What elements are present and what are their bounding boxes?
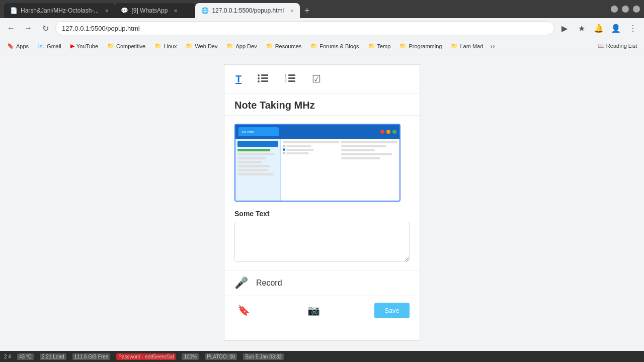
tab2-close[interactable]: ✕ bbox=[174, 8, 178, 14]
bookmark-apps[interactable]: 🔖 Apps bbox=[4, 42, 32, 50]
thumb-content: Jot cani bbox=[235, 125, 399, 201]
save-button[interactable]: Save bbox=[374, 303, 410, 318]
temperature: 43 °C bbox=[17, 353, 34, 360]
bottom-bar: 🔖 📷 Save bbox=[224, 296, 420, 324]
bookmark-youtube[interactable]: ▶ YouTube bbox=[67, 42, 101, 50]
unordered-list-button[interactable] bbox=[255, 71, 272, 87]
browser-chrome: 📄 Harsh&Jani/MHz-Octolash-... ✕ 💬 [9] Wh… bbox=[0, 0, 644, 54]
bookmark-save-button[interactable]: 🔖 bbox=[234, 301, 253, 319]
svg-rect-1 bbox=[261, 74, 268, 76]
bookmark-webdev[interactable]: 📁 Web Dev bbox=[183, 42, 220, 50]
bookmarks-bar: 🔖 Apps 📧 Gmail ▶ YouTube 📁 Competitive 📁… bbox=[0, 38, 644, 54]
main-area: T 1. bbox=[0, 54, 644, 351]
reading-list-icon[interactable]: 📖 Reading List bbox=[595, 42, 640, 50]
camera-button[interactable]: 📷 bbox=[304, 301, 323, 319]
window-controls bbox=[611, 6, 640, 13]
note-bold-text: Some Text bbox=[234, 210, 410, 218]
tab-3[interactable]: 🌐 127.0.0.1:5500/popup.html ✕ bbox=[195, 3, 300, 18]
tab-2[interactable]: 💬 [9] WhatsApp ✕ bbox=[115, 3, 195, 18]
tab-1[interactable]: 📄 Harsh&Jani/MHz-Octolash-... ✕ bbox=[4, 3, 115, 18]
tab3-favicon: 🌐 bbox=[201, 7, 209, 14]
forward-button[interactable]: → bbox=[21, 21, 35, 35]
status-bar: 2 4 43 °C 2.21 Load 111.6 GiB Free Passw… bbox=[0, 351, 644, 362]
text-section: Some Text bbox=[224, 210, 420, 270]
app-title: Note Taking MHz bbox=[224, 94, 420, 116]
reload-button[interactable]: ↻ bbox=[38, 21, 52, 35]
record-section[interactable]: 🎤 Record bbox=[224, 270, 420, 296]
notifications-button[interactable]: 🔔 bbox=[592, 21, 606, 35]
bookmark-forums[interactable]: 📁 Forums & Blogs bbox=[307, 42, 362, 50]
svg-text:3.: 3. bbox=[285, 80, 287, 82]
svg-point-0 bbox=[258, 74, 260, 76]
new-tab-button[interactable]: + bbox=[300, 4, 314, 18]
ordered-list-icon: 1. 2. 3. bbox=[285, 73, 296, 85]
tab-count: 2 4 bbox=[4, 354, 11, 359]
datetime: Sun 5 Jan 03:32 bbox=[243, 353, 284, 360]
menu-button[interactable]: ⋮ bbox=[626, 21, 640, 35]
address-text: 127.0.0.1:5500/popup.html bbox=[62, 25, 140, 32]
tab3-label: 127.0.0.1:5500/popup.html bbox=[212, 7, 284, 14]
bookmark-temp[interactable]: 📁 Temp bbox=[365, 42, 394, 50]
svg-point-4 bbox=[258, 80, 260, 82]
record-label: Record bbox=[256, 279, 282, 288]
toolbar: T 1. bbox=[224, 65, 420, 94]
tab2-label: [9] WhatsApp bbox=[131, 7, 168, 14]
bookmark-gmail[interactable]: 📧 Gmail bbox=[35, 42, 64, 50]
address-bar[interactable]: 127.0.0.1:5500/popup.html bbox=[55, 21, 554, 35]
ordered-list-button[interactable]: 1. 2. 3. bbox=[282, 71, 299, 87]
tab1-label: Harsh&Jani/MHz-Octolash-... bbox=[21, 7, 99, 14]
nav-bar: ← → ↻ 127.0.0.1:5500/popup.html ▶ ★ 🔔 👤 … bbox=[0, 18, 644, 38]
close-button[interactable] bbox=[633, 6, 640, 13]
unordered-list-icon bbox=[258, 73, 269, 85]
text-format-button[interactable]: T bbox=[232, 71, 245, 87]
tab3-close[interactable]: ✕ bbox=[290, 8, 294, 14]
cast-button[interactable]: ▶ bbox=[557, 21, 572, 35]
screenshot-area: Jot cani bbox=[224, 116, 420, 210]
text-icon: T bbox=[235, 73, 242, 85]
profile-button[interactable]: 👤 bbox=[609, 21, 623, 35]
password-status: Password - edd5eenc5al bbox=[116, 353, 176, 360]
svg-rect-9 bbox=[288, 77, 295, 79]
camera-icon: 📷 bbox=[307, 304, 320, 316]
checkbox-button[interactable]: ☑ bbox=[309, 71, 324, 87]
screenshot-thumbnail: Jot cani bbox=[234, 124, 400, 202]
svg-rect-5 bbox=[261, 80, 268, 82]
checkbox-icon: ☑ bbox=[312, 73, 321, 85]
bookmark-icon: 🔖 bbox=[237, 304, 250, 316]
bookmark-resources[interactable]: 📁 Resources bbox=[263, 42, 305, 50]
svg-rect-3 bbox=[261, 77, 268, 79]
tab1-close[interactable]: ✕ bbox=[105, 8, 109, 14]
bookmark-iammad[interactable]: 📁 I am Mad bbox=[448, 42, 486, 50]
svg-rect-7 bbox=[288, 74, 295, 76]
tab1-favicon: 📄 bbox=[10, 7, 18, 14]
popup-panel: T 1. bbox=[224, 64, 420, 341]
bookmark-appdev[interactable]: 📁 App Dev bbox=[223, 42, 260, 50]
disk-free: 111.6 GiB Free bbox=[72, 353, 111, 360]
load: 2.21 Load bbox=[40, 353, 66, 360]
microphone-icon: 🎤 bbox=[234, 277, 248, 290]
title-bar: 📄 Harsh&Jani/MHz-Octolash-... ✕ 💬 [9] Wh… bbox=[0, 0, 644, 18]
bookmark-competitive[interactable]: 📁 Competitive bbox=[104, 42, 148, 50]
back-button[interactable]: ← bbox=[4, 21, 18, 35]
note-textarea[interactable] bbox=[234, 222, 410, 262]
maximize-button[interactable] bbox=[622, 6, 629, 13]
svg-rect-11 bbox=[288, 80, 295, 82]
percentage: 100% bbox=[182, 353, 199, 360]
tab2-favicon: 💬 bbox=[121, 7, 128, 14]
svg-point-2 bbox=[258, 77, 260, 79]
bookmark-star-button[interactable]: ★ bbox=[575, 21, 589, 35]
bookmark-programming[interactable]: 📁 Programming bbox=[396, 42, 445, 50]
platform: PLATOO: 00 bbox=[205, 353, 237, 360]
bookmark-linux[interactable]: 📁 Linux bbox=[151, 42, 180, 50]
minimize-button[interactable] bbox=[611, 6, 618, 13]
bookmarks-more[interactable]: ›› bbox=[490, 42, 495, 50]
